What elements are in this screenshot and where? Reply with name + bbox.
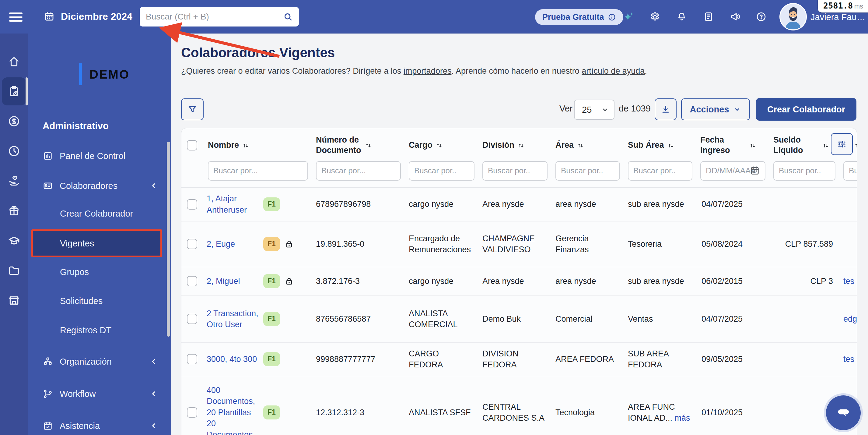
- rail-item-folder[interactable]: [0, 257, 28, 285]
- chevron-left-icon[interactable]: [149, 422, 158, 430]
- employee-name-link[interactable]: 2, Miguel: [207, 276, 259, 287]
- row-checkbox[interactable]: [187, 314, 197, 324]
- filter-input-división[interactable]: [483, 161, 548, 181]
- employee-name-link[interactable]: 400 Documentos, 20 Plantillas 20 Documen…: [207, 385, 259, 435]
- company-logo[interactable]: DEMO: [90, 68, 130, 81]
- sort-icon[interactable]: [854, 142, 857, 149]
- employee-name-link[interactable]: 2 Transaction, Otro User: [207, 308, 259, 330]
- trial-badge[interactable]: Prueba Gratuita: [535, 9, 623, 25]
- cell-extra: tes: [840, 349, 857, 370]
- page-size-select[interactable]: 25: [574, 99, 615, 120]
- bell-icon[interactable]: [676, 11, 687, 22]
- row-checkbox[interactable]: [187, 276, 197, 286]
- filter-input-sueldo-líquido[interactable]: [773, 161, 835, 181]
- sidebar-item-registros-dt[interactable]: Registros DT: [28, 320, 172, 340]
- chevron-left-icon[interactable]: [149, 389, 158, 398]
- column-settings-button[interactable]: [831, 133, 853, 155]
- filter-button[interactable]: [181, 98, 204, 120]
- search-icon[interactable]: [283, 12, 293, 22]
- column-header-sueldo-líquido: Sueldo Líquido: [770, 135, 840, 156]
- sort-icon[interactable]: [436, 142, 443, 149]
- row-checkbox[interactable]: [187, 354, 197, 364]
- sort-icon[interactable]: [577, 142, 584, 149]
- hamburger-menu-icon[interactable]: [9, 10, 23, 24]
- filter-input-número-de-documento[interactable]: [316, 161, 401, 181]
- rail-item-clock[interactable]: [0, 137, 28, 165]
- sparkle-icon[interactable]: [623, 11, 634, 22]
- sidebar-item-workflow[interactable]: Workflow: [28, 384, 172, 404]
- main-content: Colaboradores Vigentes ¿Quieres crear o …: [172, 33, 868, 435]
- filter-input-cargo[interactable]: [409, 161, 474, 181]
- period-label[interactable]: Diciembre 2024: [61, 11, 132, 22]
- rail-item-archive[interactable]: [0, 286, 28, 314]
- extra-link[interactable]: tes: [843, 355, 854, 364]
- rail-item-coin[interactable]: [0, 107, 28, 135]
- git-branch-icon: [42, 389, 53, 399]
- rail-item-gift[interactable]: [0, 197, 28, 225]
- filter-input-nombre[interactable]: [208, 161, 308, 181]
- changelog-icon[interactable]: [703, 11, 714, 22]
- table-row: 1, Atajar AntheruserF1678967896798cargo …: [181, 187, 857, 221]
- sidebar-item-solicitudes[interactable]: Solicitudes: [28, 291, 172, 311]
- sidebar-item-label: Grupos: [60, 267, 89, 277]
- rail-item-clipboard-clock[interactable]: [0, 77, 28, 106]
- calendar-icon[interactable]: [44, 11, 55, 22]
- chevron-left-icon[interactable]: [149, 181, 158, 190]
- column-label: División: [483, 140, 514, 150]
- user-name[interactable]: Javiera Fau…: [810, 12, 866, 22]
- select-all-checkbox[interactable]: [187, 140, 197, 150]
- sidebar-item-colaboradores[interactable]: Colaboradores: [28, 176, 172, 196]
- gear-icon[interactable]: [649, 11, 660, 22]
- help-article-link[interactable]: artículo de ayuda: [582, 66, 645, 76]
- filter-input-área[interactable]: [555, 161, 620, 181]
- row-checkbox[interactable]: [187, 199, 197, 210]
- sidebar-item-grupos[interactable]: Grupos: [28, 262, 172, 282]
- chevron-left-icon[interactable]: [149, 357, 158, 366]
- employee-name-link[interactable]: 3000, 4to 300: [207, 354, 259, 365]
- download-button[interactable]: [655, 98, 677, 120]
- rail-item-home[interactable]: [0, 48, 28, 76]
- acciones-button[interactable]: Acciones: [681, 98, 750, 120]
- megaphone-icon[interactable]: [730, 11, 741, 22]
- sort-icon[interactable]: [365, 142, 372, 149]
- crear-colaborador-button[interactable]: Crear Colaborador: [756, 98, 857, 121]
- row-checkbox[interactable]: [187, 239, 197, 249]
- sort-icon[interactable]: [242, 142, 249, 149]
- help-icon[interactable]: [756, 11, 767, 22]
- sort-icon[interactable]: [749, 142, 756, 149]
- sidebar-scrollbar-thumb[interactable]: [167, 142, 170, 337]
- employee-name-link[interactable]: 1, Atajar Antheruser: [207, 193, 259, 215]
- sort-icon[interactable]: [667, 142, 675, 149]
- extra-link[interactable]: tes: [843, 277, 854, 286]
- table-header: NombreNúmero de DocumentoCargoDivisiónÁr…: [181, 128, 857, 187]
- sidebar-item-crear-colaborador[interactable]: Crear Colaborador: [28, 204, 172, 223]
- row-checkbox[interactable]: [187, 407, 197, 418]
- sidebar-item-vigentes[interactable]: Vigentes: [28, 234, 172, 253]
- filter-input-fecha-ingreso[interactable]: [700, 161, 766, 181]
- importadores-link[interactable]: importadores: [404, 66, 452, 76]
- extra-link[interactable]: edg: [843, 314, 857, 323]
- sort-icon[interactable]: [517, 142, 525, 149]
- global-search[interactable]: [140, 7, 299, 27]
- status-badge: F1: [263, 237, 280, 251]
- mas-link[interactable]: más: [672, 413, 690, 423]
- avatar[interactable]: [779, 3, 807, 30]
- filter-input-m[interactable]: [843, 161, 857, 181]
- ms-unit-label: ms: [854, 2, 863, 10]
- cell-sueldo-liquido: [770, 200, 840, 209]
- filter-input-sub-área[interactable]: [628, 161, 692, 181]
- column-header-sub-área: Sub Área: [624, 140, 696, 150]
- sidebar-item-asistencia[interactable]: Asistencia: [28, 416, 172, 435]
- chat-widget-button[interactable]: [826, 396, 861, 430]
- employee-name-link[interactable]: 2, Euge: [207, 238, 259, 250]
- cell-extra: tes: [840, 271, 857, 292]
- cell-fecha-ingreso: 04/07/2025: [696, 309, 770, 329]
- rail-item-graduation-cap[interactable]: [0, 227, 28, 255]
- sidebar-item-organizaci-n[interactable]: Organización: [28, 352, 172, 371]
- subtitle-text: ¿Quieres crear o editar varios Colaborad…: [181, 66, 404, 76]
- search-input[interactable]: [146, 12, 283, 22]
- sort-icon[interactable]: [822, 142, 829, 149]
- rail-scrollbar-thumb[interactable]: [26, 77, 28, 106]
- sidebar-item-panel-de-control[interactable]: Panel de Control: [28, 146, 172, 166]
- rail-item-hand-heart[interactable]: [0, 167, 28, 195]
